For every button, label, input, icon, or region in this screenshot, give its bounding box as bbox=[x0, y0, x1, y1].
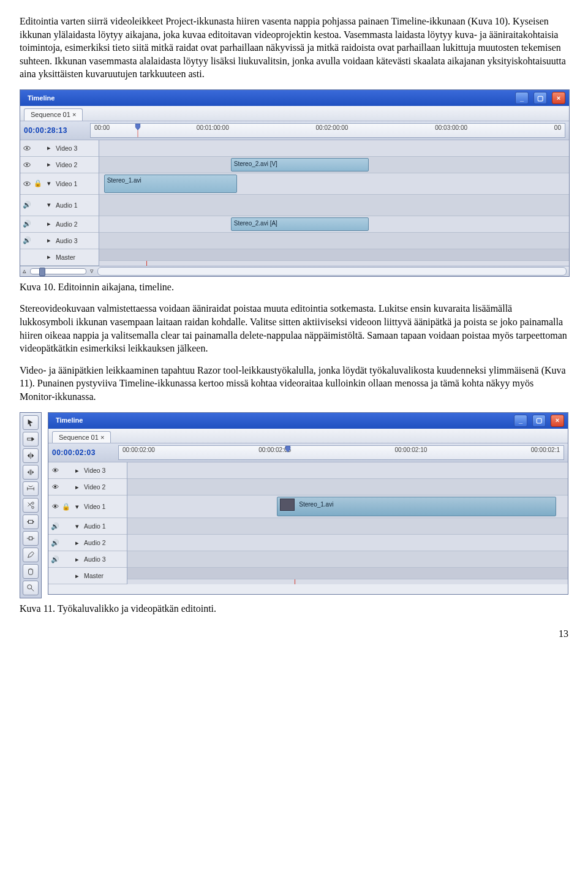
chevron-down-icon[interactable]: ▾ bbox=[45, 179, 53, 188]
track-label: Master bbox=[56, 253, 96, 262]
window-titlebar[interactable]: Timeline _ ▢ × bbox=[20, 90, 569, 106]
track-head-audio3[interactable]: 🔊 ▸ Audio 3 bbox=[20, 233, 99, 249]
chevron-down-icon[interactable]: ▾ bbox=[45, 201, 53, 209]
track-row-video3[interactable] bbox=[99, 140, 569, 157]
tool-rate-stretch[interactable] bbox=[23, 481, 39, 496]
track-head-audio1[interactable]: 🔊▾Audio 1 bbox=[48, 518, 127, 535]
tool-rolling[interactable] bbox=[23, 465, 39, 480]
tab-close-icon[interactable]: × bbox=[72, 111, 76, 118]
track-head-master[interactable]: ▸ Master bbox=[20, 249, 99, 266]
track-headers: ▸ Video 3 ▸ Video 2 🔒 ▾ Video 1 🔊 ▾ Audi… bbox=[20, 140, 99, 266]
tool-hand[interactable] bbox=[23, 564, 39, 579]
clip-video1[interactable]: Stereo_1.avi bbox=[104, 175, 237, 193]
zoom-in-icon[interactable]: ▿ bbox=[90, 266, 94, 276]
track-head-audio2[interactable]: 🔊▸Audio 2 bbox=[48, 535, 127, 551]
clip-video2[interactable]: Stereo_2.avi [V] bbox=[231, 158, 369, 171]
track-row-audio3[interactable] bbox=[99, 233, 569, 249]
track-head-master[interactable]: ▸Master bbox=[48, 568, 127, 584]
zoom-out-icon[interactable]: ▵ bbox=[23, 266, 26, 276]
tool-selection[interactable] bbox=[23, 415, 39, 430]
speaker-icon[interactable]: 🔊 bbox=[51, 555, 59, 563]
bottom-scrollbar[interactable]: ▵ ▿ bbox=[20, 266, 569, 276]
sequence-tab[interactable]: Sequence 01 × bbox=[52, 431, 111, 443]
track-head-video3[interactable]: 👁▸Video 3 bbox=[48, 462, 127, 479]
track-body[interactable]: Stereo_1.avi bbox=[127, 462, 568, 584]
lock-icon[interactable] bbox=[34, 160, 42, 169]
eye-icon[interactable] bbox=[23, 179, 31, 188]
time-ruler[interactable]: 00:00 00:01:00:00 00:02:00:00 00:03:00:0… bbox=[90, 123, 565, 138]
eye-icon[interactable]: 👁 bbox=[51, 466, 59, 475]
track-head-audio2[interactable]: 🔊 ▸ Audio 2 bbox=[20, 216, 99, 233]
svg-rect-15 bbox=[29, 520, 33, 523]
track-row-master[interactable] bbox=[99, 249, 569, 261]
page-number: 13 bbox=[20, 627, 568, 641]
track-row-video2[interactable]: Stereo_2.avi [V] bbox=[99, 157, 569, 173]
track-head-audio3[interactable]: 🔊▸Audio 3 bbox=[48, 551, 127, 568]
current-timecode[interactable]: 00:00:02:03 bbox=[52, 448, 113, 458]
track-label: Video 3 bbox=[56, 144, 96, 153]
close-button[interactable]: × bbox=[551, 415, 564, 427]
chevron-right-icon[interactable]: ▸ bbox=[45, 253, 53, 262]
close-button[interactable]: × bbox=[552, 92, 565, 104]
maximize-button[interactable]: ▢ bbox=[533, 92, 547, 104]
lock-icon[interactable]: 🔒 bbox=[62, 502, 70, 511]
tool-pen[interactable] bbox=[23, 548, 39, 562]
speaker-icon[interactable]: 🔊 bbox=[51, 522, 59, 530]
zoom-slider[interactable] bbox=[30, 268, 86, 274]
sequence-tab[interactable]: Sequence 01 × bbox=[24, 108, 83, 121]
track-row-audio3[interactable] bbox=[127, 551, 568, 568]
track-head-video2[interactable]: ▸ Video 2 bbox=[20, 157, 99, 173]
track-row-audio2[interactable] bbox=[127, 535, 568, 551]
speaker-icon[interactable]: 🔊 bbox=[23, 201, 31, 209]
chevron-right-icon[interactable]: ▸ bbox=[45, 144, 53, 153]
lock-icon[interactable] bbox=[34, 144, 42, 153]
track-row-video3[interactable] bbox=[127, 462, 568, 479]
tool-slip[interactable] bbox=[23, 514, 39, 529]
track-row-video1[interactable]: Stereo_1.avi bbox=[127, 495, 568, 518]
tool-razor[interactable] bbox=[23, 498, 39, 513]
chevron-right-icon[interactable]: ▸ bbox=[45, 220, 53, 228]
clip-audio2[interactable]: Stereo_2.avi [A] bbox=[231, 217, 369, 231]
eye-icon[interactable]: 👁 bbox=[51, 483, 59, 491]
tool-zoom[interactable] bbox=[23, 581, 39, 595]
track-row-video2[interactable] bbox=[127, 479, 568, 495]
track-row-master[interactable] bbox=[127, 568, 568, 579]
tool-track-select[interactable] bbox=[23, 432, 39, 446]
tab-close-icon[interactable]: × bbox=[99, 434, 104, 441]
tool-ripple[interactable] bbox=[23, 448, 39, 463]
track-body[interactable]: Stereo_2.avi [V] Stereo_1.avi Stereo_2.a… bbox=[99, 140, 569, 266]
track-row-audio1[interactable] bbox=[99, 195, 569, 216]
chevron-right-icon[interactable]: ▸ bbox=[45, 160, 53, 169]
track-row-video1[interactable]: Stereo_1.avi bbox=[99, 173, 569, 195]
time-ruler[interactable]: 00:00:02:00 00:00:02:05 00:00:02:10 00:0… bbox=[118, 445, 564, 460]
eye-icon[interactable] bbox=[23, 144, 31, 153]
clip-video1[interactable]: Stereo_1.avi bbox=[277, 497, 556, 516]
lock-icon[interactable] bbox=[34, 201, 42, 209]
track-head-video1[interactable]: 👁🔒▾Video 1 bbox=[48, 495, 127, 518]
current-timecode[interactable]: 00:00:28:13 bbox=[24, 126, 85, 135]
maximize-button[interactable]: ▢ bbox=[532, 415, 546, 427]
tool-slide[interactable] bbox=[23, 531, 39, 546]
chevron-right-icon[interactable]: ▸ bbox=[45, 236, 53, 245]
minimize-button[interactable]: _ bbox=[514, 415, 527, 427]
h-scrollbar[interactable] bbox=[97, 267, 567, 276]
track-head-video1[interactable]: 🔒 ▾ Video 1 bbox=[20, 173, 99, 195]
track-head-video3[interactable]: ▸ Video 3 bbox=[20, 140, 99, 157]
track-row-audio2[interactable]: Stereo_2.avi [A] bbox=[99, 216, 569, 233]
eye-icon[interactable] bbox=[23, 160, 31, 169]
track-head-video2[interactable]: 👁▸Video 2 bbox=[48, 479, 127, 495]
lock-icon[interactable]: 🔒 bbox=[34, 179, 42, 188]
eye-icon[interactable]: 👁 bbox=[51, 502, 59, 511]
figure11-caption: Kuva 11. Työkaluvalikko ja videopätkän e… bbox=[20, 602, 568, 616]
svg-rect-9 bbox=[28, 438, 32, 440]
speaker-icon[interactable]: 🔊 bbox=[23, 236, 31, 245]
ruler-ticks: 00:00 00:01:00:00 00:02:00:00 00:03:00:0… bbox=[91, 124, 565, 137]
track-head-audio1[interactable]: 🔊 ▾ Audio 1 bbox=[20, 195, 99, 216]
speaker-icon[interactable]: 🔊 bbox=[23, 220, 31, 228]
window-title: Timeline bbox=[56, 416, 83, 425]
window-titlebar[interactable]: Timeline _ ▢ × bbox=[48, 413, 568, 429]
speaker-icon[interactable]: 🔊 bbox=[51, 538, 59, 547]
track-row-audio1[interactable] bbox=[127, 518, 568, 535]
track-label: Video 1 bbox=[56, 179, 96, 188]
minimize-button[interactable]: _ bbox=[515, 92, 529, 104]
